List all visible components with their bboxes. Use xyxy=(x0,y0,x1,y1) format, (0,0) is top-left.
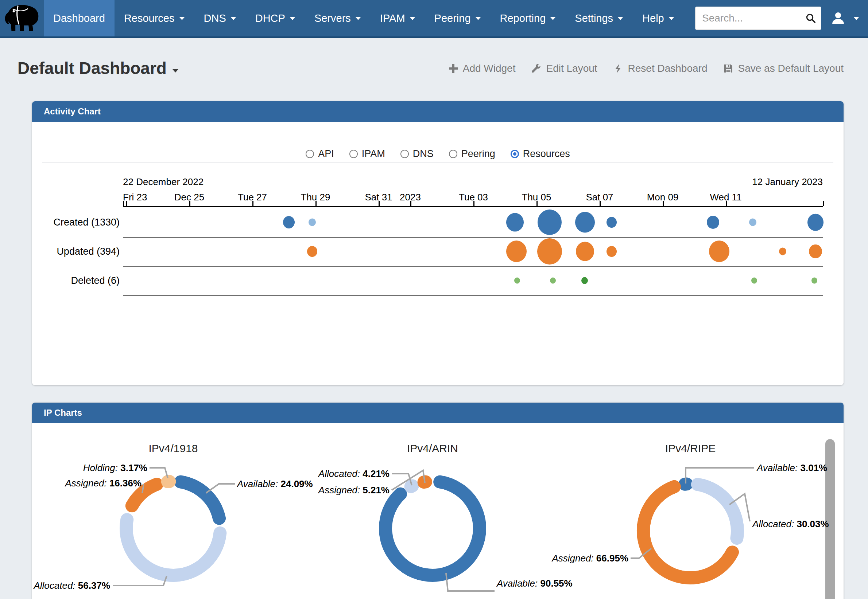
timeline-row-label: Created (1330) xyxy=(36,217,119,228)
reset-dashboard-button[interactable]: Reset Dashboard xyxy=(613,63,708,74)
timeline-row-separator xyxy=(123,237,823,238)
ip-panel-scrollbar[interactable] xyxy=(821,423,842,599)
timeline-tick xyxy=(126,201,127,206)
timeline-bubble xyxy=(537,238,562,265)
timeline-tick xyxy=(536,201,537,206)
chevron-down-icon xyxy=(669,17,674,20)
donut-label-available: Available: 3.01% xyxy=(757,462,827,474)
timeline-tick xyxy=(726,201,727,206)
page-title[interactable]: Default Dashboard xyxy=(18,58,178,78)
nav-item-label: Help xyxy=(642,12,664,24)
chevron-down-icon xyxy=(409,17,415,20)
action-label: Reset Dashboard xyxy=(628,63,708,74)
timeline-row-separator xyxy=(123,295,823,296)
nav-item-servers[interactable]: Servers xyxy=(305,0,371,36)
nav-item-dns[interactable]: DNS xyxy=(195,0,246,36)
ip-charts-panel: IP Charts IPv4/1918Holding: 3.17%Assigne… xyxy=(32,403,844,599)
timeline-bubble xyxy=(283,216,295,229)
ip-charts-header: IP Charts xyxy=(32,403,844,423)
nav-item-label: Resources xyxy=(124,12,175,24)
activity-chart-title: Activity Chart xyxy=(44,106,101,117)
add-widget-button[interactable]: Add Widget xyxy=(448,63,516,74)
nav-item-dashboard[interactable]: Dashboard xyxy=(44,0,115,36)
nav-item-label: DNS xyxy=(204,12,226,24)
chevron-down-icon xyxy=(475,17,481,20)
dashboard-select-caret-icon xyxy=(172,69,178,72)
timeline-row-separator xyxy=(123,266,823,267)
timeline-tick xyxy=(379,201,380,206)
main-nav: DashboardResourcesDNSDHCPServersIPAMPeer… xyxy=(44,0,684,36)
timeline-period-start: 22 December 2022 xyxy=(123,176,204,188)
brand-logo[interactable] xyxy=(3,2,42,35)
chevron-down-icon xyxy=(179,17,185,20)
nav-item-help[interactable]: Help xyxy=(633,0,684,36)
timeline-bubble xyxy=(809,244,822,258)
timeline-bubble xyxy=(607,217,617,228)
action-label: Add Widget xyxy=(463,63,516,74)
chevron-down-icon xyxy=(231,17,236,20)
edit-layout-button[interactable]: Edit Layout xyxy=(531,63,597,74)
nav-item-peering[interactable]: Peering xyxy=(425,0,491,36)
donut-label-allocated: Allocated: 56.37% xyxy=(33,580,110,591)
nav-item-label: Reporting xyxy=(500,12,546,24)
user-menu-caret-icon xyxy=(853,17,859,20)
activity-timeline-chart: 22 December 202212 January 2023Fri 23Dec… xyxy=(32,122,844,385)
plus-icon xyxy=(448,63,459,74)
nav-item-resources[interactable]: Resources xyxy=(115,0,195,36)
timeline-row-label: Deleted (6) xyxy=(36,275,119,286)
nav-item-settings[interactable]: Settings xyxy=(565,0,633,36)
timeline-bubble xyxy=(576,242,594,261)
timeline-axis xyxy=(123,206,823,207)
timeline-bubble xyxy=(506,213,524,232)
nav-item-reporting[interactable]: Reporting xyxy=(491,0,566,36)
timeline-period-end: 12 January 2023 xyxy=(752,176,823,188)
nav-item-dhcp[interactable]: DHCP xyxy=(246,0,305,36)
donut-segment-available xyxy=(385,482,480,575)
nav-item-label: Peering xyxy=(434,12,471,24)
search-button[interactable] xyxy=(800,7,821,30)
donut-segment-allocated xyxy=(411,486,412,487)
search-box xyxy=(695,6,821,30)
timeline-tick xyxy=(189,201,190,206)
timeline-bubble xyxy=(808,214,824,231)
donut-label-available: Available: 24.09% xyxy=(237,479,313,490)
chevron-down-icon xyxy=(550,17,556,20)
donut-label-assigned: Assigned: 5.21% xyxy=(319,485,389,496)
user-menu[interactable] xyxy=(831,11,859,26)
donut-title: IPv4/ARIN xyxy=(378,442,487,455)
top-navbar: DashboardResourcesDNSDHCPServersIPAMPeer… xyxy=(0,0,868,38)
donut-label-assigned: Assigned: 66.95% xyxy=(552,553,628,564)
donut-label-holding: Holding: 3.17% xyxy=(83,462,147,474)
timeline-bubble xyxy=(575,212,595,232)
timeline-bubble xyxy=(514,278,520,284)
donut-title: IPv4/RIPE xyxy=(636,442,745,455)
timeline-bubble xyxy=(581,277,588,284)
timeline-tick xyxy=(473,201,474,206)
timeline-bubble xyxy=(550,278,556,284)
timeline-bubble xyxy=(749,218,756,226)
nav-item-ipam[interactable]: IPAM xyxy=(371,0,425,36)
search-input[interactable] xyxy=(696,7,800,30)
save-as-default-layout-button[interactable]: Save as Default Layout xyxy=(723,63,844,74)
timeline-bubble xyxy=(779,247,786,255)
timeline-bubble xyxy=(607,246,617,257)
donut-label-available: Available: 90.55% xyxy=(497,578,572,589)
timeline-tick xyxy=(599,201,601,206)
timeline-tick xyxy=(252,201,254,206)
chevron-down-icon xyxy=(355,17,361,20)
action-label: Save as Default Layout xyxy=(738,63,844,74)
dashboard-actions: Add WidgetEdit LayoutReset DashboardSave… xyxy=(448,63,844,74)
activity-chart-panel: Activity Chart APIIPAMDNSPeeringResource… xyxy=(32,101,844,385)
timeline-bubble xyxy=(751,278,757,284)
timeline-bubble xyxy=(811,278,817,284)
bolt-icon xyxy=(613,63,623,74)
timeline-tick xyxy=(315,201,317,206)
action-label: Edit Layout xyxy=(546,63,597,74)
save-icon xyxy=(723,63,734,74)
chevron-down-icon xyxy=(290,17,296,20)
donut-label-allocated: Allocated: 30.03% xyxy=(752,518,829,530)
nav-item-label: Settings xyxy=(575,12,613,24)
timeline-tick xyxy=(663,201,664,206)
wrench-icon xyxy=(531,63,542,74)
search-icon xyxy=(805,13,816,24)
